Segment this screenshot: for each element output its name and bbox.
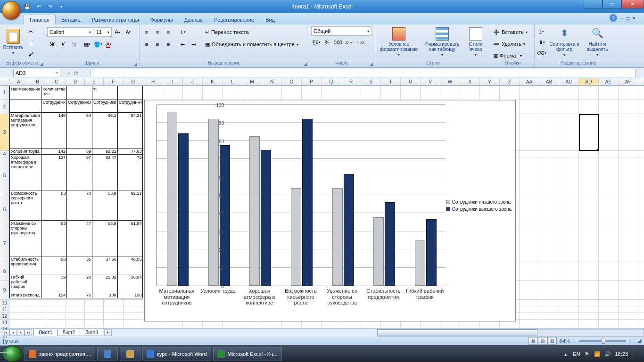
taskbar-item[interactable]: Microsoft Excel - Кн... — [213, 347, 282, 361]
number-launcher[interactable]: ◢ — [368, 61, 374, 67]
col-header-X[interactable]: X — [460, 78, 480, 85]
tab-review[interactable]: Рецензирование — [208, 15, 260, 25]
paste-button[interactable]: Вставить ▾ — [2, 25, 25, 58]
format-painter-button[interactable]: 🖌 — [25, 49, 36, 59]
cell[interactable]: % — [92, 86, 117, 99]
col-header-D[interactable]: D — [66, 78, 85, 85]
row-header-3[interactable]: 3 — [0, 114, 9, 151]
tab-formulas[interactable]: Формулы — [145, 15, 179, 25]
col-header-I[interactable]: I — [163, 78, 183, 85]
bold-button[interactable]: Ж — [47, 39, 58, 49]
fill-color-button[interactable]: 🪣▾ — [93, 39, 103, 49]
cell[interactable]: 59 — [67, 148, 92, 155]
col-header-R[interactable]: R — [341, 78, 361, 85]
cell[interactable]: Материальная мотивация сотрудников — [10, 113, 41, 148]
orientation-button[interactable]: ⤹▾ — [177, 27, 188, 37]
insert-cells-button[interactable]: ➕Вставить▾ — [493, 26, 528, 38]
cut-button[interactable]: ✂ — [25, 26, 36, 37]
row-header-17[interactable]: 17 — [0, 346, 9, 353]
help-icon[interactable]: ? — [610, 14, 617, 22]
format-as-table-button[interactable]: Форматировать как таблицу▾ — [421, 25, 463, 58]
cell[interactable]: 77,63 — [117, 148, 143, 155]
sheet-nav-next[interactable]: ▸ — [17, 329, 25, 336]
col-header-V[interactable]: V — [421, 78, 440, 85]
row-header-4[interactable]: 4 — [0, 151, 9, 157]
formula-input[interactable] — [91, 69, 636, 77]
cell[interactable]: 70 — [67, 190, 92, 221]
normal-view-button[interactable]: ▦ — [528, 337, 538, 345]
sheet-tab-Лист3[interactable]: Лист3 — [80, 329, 103, 336]
cells-area[interactable]: НаименованиеКоличество чел.%СотрудникиСо… — [9, 86, 644, 328]
cell[interactable]: 84,21 — [117, 113, 143, 148]
col-header-Z[interactable]: Z — [500, 78, 520, 85]
col-header-P[interactable]: P — [302, 78, 322, 85]
taskbar-item[interactable] — [120, 347, 140, 361]
decrease-decimal-button[interactable]: ←,0 — [355, 37, 365, 48]
align-middle-button[interactable]: ≡ — [152, 27, 163, 37]
office-button[interactable] — [2, 1, 21, 20]
cell[interactable]: Уважение со стороны руководства — [10, 221, 41, 256]
minimize-button[interactable]: ─ — [584, 0, 603, 8]
scroll-thumb[interactable] — [378, 329, 537, 336]
qat-undo-icon[interactable]: ↶ — [34, 2, 43, 11]
row-header-11[interactable]: 11 — [0, 306, 9, 313]
row-header-5[interactable]: 5 — [0, 157, 9, 194]
underline-button[interactable]: Ч — [69, 39, 79, 49]
row-header-19[interactable]: 19 — [0, 359, 9, 362]
dedent-button[interactable]: ⇤ — [177, 39, 188, 49]
sort-filter-button[interactable]: ⬍ Сортировка и фильтр▾ — [548, 25, 581, 58]
cell[interactable]: 100 — [92, 292, 117, 298]
chart-object[interactable]: Материальная мотивация сотрудниковУслови… — [144, 100, 516, 321]
cell[interactable]: 35 — [67, 256, 92, 274]
ribbon-window-controls[interactable]: ▭ ✕ — [626, 14, 636, 22]
tray-clock[interactable]: 18:23 — [615, 351, 628, 357]
cell[interactable]: 142 — [41, 148, 67, 155]
col-header-B[interactable]: B — [28, 78, 47, 85]
align-bottom-button[interactable]: ≡ — [163, 27, 173, 37]
cell[interactable]: 53,9 — [92, 190, 117, 221]
col-header-AA[interactable]: AA — [520, 78, 539, 85]
cell[interactable]: 28 — [67, 274, 92, 292]
row-header-9[interactable]: 9 — [0, 281, 9, 300]
conditional-formatting-button[interactable]: Условное форматирование▾ — [377, 25, 421, 58]
sheet-tab-Лист1[interactable]: Лист1 — [33, 329, 58, 336]
zoom-slider[interactable] — [579, 340, 626, 342]
page-break-view-button[interactable]: ▥ — [547, 337, 557, 345]
col-header-C[interactable]: C — [47, 78, 66, 85]
row-header-1[interactable]: 1 — [0, 86, 9, 100]
cell[interactable]: 96,1 — [92, 113, 117, 148]
col-header-M[interactable]: M — [242, 78, 262, 85]
cell[interactable]: 25,32 — [92, 274, 117, 292]
row-header-6[interactable]: 6 — [0, 194, 9, 225]
clear-button[interactable]: ⌫▾ — [537, 48, 547, 58]
align-top-button[interactable]: ≡ — [141, 27, 152, 37]
taskbar-item[interactable] — [97, 347, 118, 361]
tray-show-hidden-icon[interactable]: ▴ — [562, 351, 569, 357]
fill-button[interactable]: ⬇▾ — [537, 37, 547, 48]
cell[interactable]: 36,84 — [117, 274, 143, 292]
wrap-text-button[interactable]: ↵ Перенос текста — [203, 26, 300, 38]
tab-home[interactable]: Главная — [24, 15, 56, 25]
cell[interactable]: Хорошая атмосфера в коллективе — [10, 155, 41, 190]
find-select-button[interactable]: 🔍 Найти и выделить▾ — [582, 25, 613, 58]
cell[interactable]: Условия труда — [10, 148, 41, 155]
tray-volume-icon[interactable]: 🔊 — [604, 351, 611, 357]
qat-customize-icon[interactable]: ▾ — [57, 2, 66, 11]
sheet-nav-prev[interactable]: ◂ — [9, 329, 17, 336]
col-header-W[interactable]: W — [440, 78, 460, 85]
cell[interactable]: Сотрудники — [67, 99, 92, 113]
row-header-2[interactable]: 2 — [0, 100, 9, 114]
cell[interactable]: Сотрудники — [92, 99, 117, 113]
delete-cells-button[interactable]: ➖Удалить▾ — [493, 38, 525, 49]
cell[interactable]: 75 — [117, 155, 143, 190]
increase-decimal-button[interactable]: ,0→ — [344, 37, 354, 48]
cell[interactable]: 148 — [41, 113, 67, 148]
cell[interactable]: Сотрудники — [117, 99, 143, 113]
col-header-G[interactable]: G — [124, 78, 143, 85]
select-all-corner[interactable] — [0, 78, 9, 85]
col-header-Q[interactable]: Q — [322, 78, 341, 85]
cell[interactable] — [67, 86, 92, 99]
col-header-AC[interactable]: AC — [559, 78, 579, 85]
col-header-H[interactable]: H — [143, 78, 163, 85]
align-right-button[interactable]: ≡ — [163, 39, 173, 49]
